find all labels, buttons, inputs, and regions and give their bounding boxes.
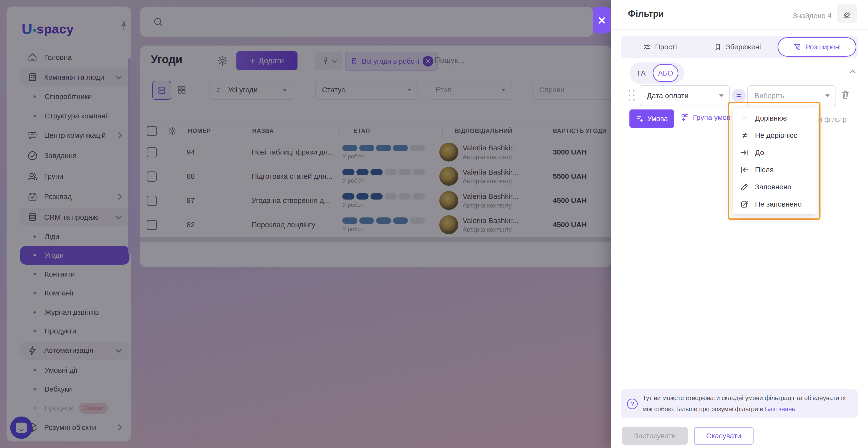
question-icon: ? [627,399,638,409]
found-count: Знайдено 4 [793,12,832,20]
info-text: між собою. Більше про розумні фільтри в [643,405,763,413]
info-text-line2: між собою. Більше про розумні фільтри в … [643,405,795,413]
operator-option-label: Не заповнено [755,200,802,208]
operator-option-label: Після [755,166,774,174]
tab-simple[interactable]: Прості [621,36,699,58]
chevron-up-icon[interactable] [849,70,856,76]
pencil-square-icon [739,200,750,209]
equals-icon: = [736,91,741,101]
operator-option-label: До [755,148,764,157]
operator-option-label: Дорівнює [755,114,787,122]
logic-and-button[interactable]: ТА [629,69,653,77]
info-text-line1: Тут ви можете створювати складні умови ф… [643,394,846,402]
operator-option-after[interactable]: Після [733,161,817,178]
funnel-gear-icon [793,43,801,51]
add-condition-label: Умова [647,115,668,123]
pencil-icon [739,182,750,192]
logic-or-button[interactable]: АБО [653,64,678,82]
not-equals-icon: ≠ [739,131,750,140]
operator-option-filled[interactable]: Заповнено [733,178,817,196]
field-select[interactable]: Дата оплати [640,85,730,106]
field-select-value: Дата оплати [647,92,689,100]
knowledge-base-link[interactable]: Базі знань [765,405,795,413]
tab-saved[interactable]: Збережені [699,36,776,58]
add-condition-icon [636,114,644,123]
operator-dropdown-menu: =Дорівнює ≠Не дорівнює До Після Заповнен… [733,108,817,214]
arrow-to-end-icon [739,148,750,158]
tab-label: Збережені [726,43,761,51]
add-group-label: Група умов [693,113,731,122]
panel-title: Фільтри [628,9,664,19]
value-select-placeholder: Виберіть [754,92,784,100]
tab-advanced[interactable]: Розширені [778,37,856,57]
arrow-to-start-icon [739,165,750,175]
bookmark-icon [714,43,722,51]
caret-down-icon [825,95,830,97]
info-box: ? Тут ви можете створювати складні умови… [621,389,858,418]
modal-overlay[interactable] [0,0,611,448]
divider [691,73,846,73]
tab-label: Розширені [805,43,841,51]
clear-filters-button[interactable] [837,4,857,23]
operator-option-before[interactable]: До [733,144,817,161]
add-group-icon [680,113,689,122]
app-root: Uspacy Головна Компанія та люди Співробі… [0,0,868,448]
operator-option-label: Не дорівнює [755,131,798,139]
add-group-button[interactable]: Група умов [680,113,731,122]
tab-label: Прості [655,43,677,51]
close-icon: ✕ [597,14,607,27]
trash-icon[interactable] [840,89,850,100]
equals-icon: = [739,113,750,123]
drag-handle[interactable] [629,90,635,102]
apply-button[interactable]: Застосувати [622,427,688,445]
logic-toggle: ТА АБО [629,63,684,84]
cancel-button[interactable]: Скасувати [694,427,753,445]
filter-tabs: Прості Збережені Розширені [621,36,858,58]
add-condition-button[interactable]: Умова [629,109,674,128]
filters-panel: Фільтри Знайдено 4 Прості Збережені Розш… [611,0,868,448]
divider [611,29,868,30]
caret-down-icon [719,95,723,97]
operator-option-equals[interactable]: =Дорівнює [733,109,817,127]
operator-option-not-equals[interactable]: ≠Не дорівнює [733,127,817,144]
operator-option-not-filled[interactable]: Не заповнено [733,196,817,213]
operator-option-label: Заповнено [755,183,792,191]
close-filters-button[interactable]: ✕ [593,7,611,33]
divider [611,424,868,424]
eraser-icon [842,8,852,19]
sliders-icon [643,43,651,51]
operator-chip[interactable]: = [732,89,746,103]
